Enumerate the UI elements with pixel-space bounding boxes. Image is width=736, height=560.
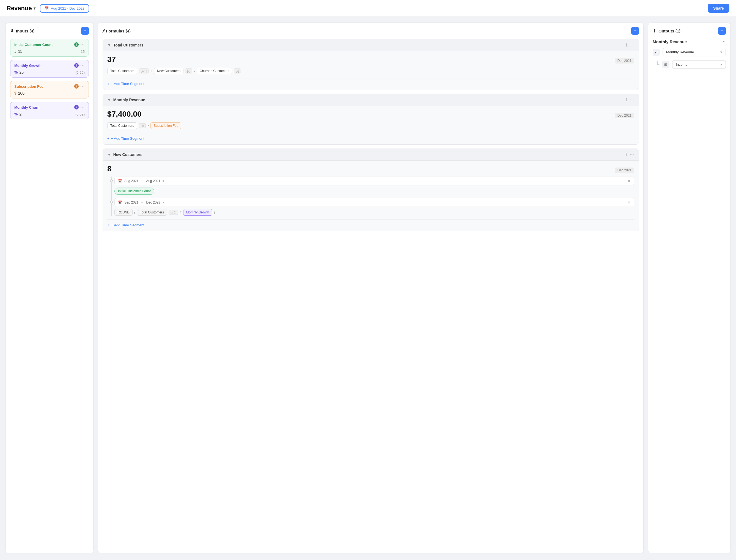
formula-value-revenue: $7,400.00 Dec 2021 xyxy=(107,110,634,119)
input-card-header-fee: Subscription Fee i ··· xyxy=(14,84,85,89)
subscription-fee-label: Subscription Fee xyxy=(14,84,43,89)
dots-icon-new-formula[interactable]: ··· xyxy=(630,152,634,157)
segment-dot-1 xyxy=(110,179,113,182)
collapse-icon-revenue[interactable]: ▼ xyxy=(107,98,111,102)
monthly-churn-label-text: Monthly Churn xyxy=(14,105,40,109)
grid-selector[interactable]: Income ▾ xyxy=(672,60,726,69)
paren-close: ) xyxy=(214,210,215,215)
subscription-fee-value[interactable]: 200 xyxy=(18,91,24,95)
pct-icon-churn: % xyxy=(14,112,18,116)
formula-expression-total: Total Customers [x-1] + New Customers [x… xyxy=(107,68,634,74)
add-formula-button[interactable]: + xyxy=(631,27,639,35)
initial-customer-value[interactable]: 15 xyxy=(18,49,23,54)
info-icon-new-formula[interactable]: ℹ xyxy=(626,152,628,157)
output-row-fx: 𝑓𝑥 Monthly Revenue ▾ xyxy=(653,48,726,56)
formula-card-actions-revenue: ℹ ··· xyxy=(626,97,634,102)
dots-menu-churn[interactable]: ··· xyxy=(80,105,85,110)
subscription-fee-label-text: Subscription Fee xyxy=(14,84,43,89)
formula-title-total: ▼ Total Customers xyxy=(107,43,143,47)
churn-value-left: % 2 xyxy=(14,112,21,116)
monthly-churn-display: (0.02) xyxy=(75,112,85,116)
info-icon-churn[interactable]: i xyxy=(74,105,79,109)
share-button[interactable]: Share xyxy=(708,4,729,13)
inputs-panel-header: ⬇ Inputs (4) + xyxy=(10,27,89,35)
segment-date-range-2: 📅 Sep 2021 → Dec 2023 ▾ xyxy=(118,201,164,204)
dots-icon-revenue-formula[interactable]: ··· xyxy=(630,97,634,102)
monthly-growth-chip: Monthly Growth xyxy=(183,209,212,216)
fx-chevron-icon: ▾ xyxy=(720,50,722,54)
info-icon-growth[interactable]: i xyxy=(74,63,79,68)
segment-dot-2 xyxy=(110,201,113,204)
info-icon-initial[interactable]: i xyxy=(74,42,79,47)
formulas-panel: 𝑓 Formulas (4) + ▼ Total Customers ℹ ···… xyxy=(98,22,644,553)
tree-line-icon: └ xyxy=(655,61,659,68)
calendar-icon-seg2: 📅 xyxy=(118,201,122,204)
info-icon-total-formula[interactable]: ℹ xyxy=(626,43,628,48)
growth-value-left: % 25 xyxy=(14,70,24,75)
collapse-icon-new[interactable]: ▼ xyxy=(107,152,111,157)
add-output-button[interactable]: + xyxy=(718,27,726,35)
add-input-button[interactable]: + xyxy=(81,27,89,35)
outputs-icon: ⬆ xyxy=(653,28,656,34)
collapse-icon-total[interactable]: ▼ xyxy=(107,43,111,47)
outputs-panel-title: ⬆ Outputs (1) xyxy=(653,28,680,34)
output-label-text: Monthly Revenue xyxy=(653,39,687,44)
date-range-label: Aug 2021 - Dec 2023 xyxy=(51,6,85,10)
formula-card-header-total: ▼ Total Customers ℹ ··· xyxy=(103,39,639,51)
segment-header-1: 📅 Aug 2021 → Aug 2021 ▾ ✕ xyxy=(114,177,634,185)
monthly-churn-label: Monthly Churn xyxy=(14,105,40,109)
monthly-growth-label: Monthly Growth xyxy=(14,64,42,68)
inputs-panel-title: ⬇ Inputs (4) xyxy=(10,28,35,34)
expr-ref-x-rev: [x] xyxy=(139,123,146,128)
title-chevron-icon[interactable]: ▾ xyxy=(34,6,35,10)
formula-card-header-revenue: ▼ Monthly Revenue ℹ ··· xyxy=(103,94,639,106)
dots-menu-initial[interactable]: ··· xyxy=(80,42,85,47)
grid-icon: ⊞ xyxy=(662,61,669,68)
add-time-segment-label-revenue: + Add Time Segment xyxy=(111,136,144,141)
title-text: Revenue xyxy=(7,5,32,12)
dots-menu-output[interactable]: ··· xyxy=(721,39,726,44)
dollar-icon-fee: $ xyxy=(14,91,17,95)
close-icon-seg2[interactable]: ✕ xyxy=(627,200,631,205)
total-customers-chip: Total Customers xyxy=(137,209,167,216)
input-card-monthly-growth: Monthly Growth i ··· % 25 (0.25) xyxy=(10,60,89,78)
segment-formula-2: ROUND ( Total Customers [x-1] * Monthly … xyxy=(114,209,634,216)
seg2-chevron[interactable]: ▾ xyxy=(163,201,164,204)
expr-op-plus: + xyxy=(150,69,152,73)
monthly-growth-value[interactable]: 25 xyxy=(19,70,24,75)
time-segment-container: 📅 Aug 2021 → Aug 2021 ▾ ✕ Initial Custom… xyxy=(111,177,634,216)
input-card-header-growth: Monthly Growth i ··· xyxy=(14,63,85,68)
input-card-header-churn: Monthly Churn i ··· xyxy=(14,105,85,110)
add-time-segment-new[interactable]: + + Add Time Segment xyxy=(107,219,634,227)
seg1-chevron[interactable]: ▾ xyxy=(163,179,164,183)
monthly-churn-value[interactable]: 2 xyxy=(19,112,21,116)
dots-menu-fee[interactable]: ··· xyxy=(80,84,85,89)
hash-icon: # xyxy=(14,49,17,54)
grid-selector-text: Income xyxy=(676,62,688,67)
formulas-title-text: Formulas (4) xyxy=(106,29,131,33)
info-icon-revenue-formula[interactable]: ℹ xyxy=(626,97,628,102)
close-icon-seg1[interactable]: ✕ xyxy=(627,179,631,183)
fx-selector[interactable]: Monthly Revenue ▾ xyxy=(663,48,726,56)
initial-customer-count-chip[interactable]: Initial Customer Count xyxy=(114,188,154,195)
formula-card-total-customers: ▼ Total Customers ℹ ··· 37 Dec 2021 Tota… xyxy=(103,39,639,90)
dots-menu-growth[interactable]: ··· xyxy=(80,63,85,68)
calendar-icon-seg1: 📅 xyxy=(118,179,122,183)
time-segment-1: 📅 Aug 2021 → Aug 2021 ▾ ✕ Initial Custom… xyxy=(112,177,634,195)
formula-title-revenue: ▼ Monthly Revenue xyxy=(107,98,145,102)
info-icon-fee[interactable]: i xyxy=(74,84,79,89)
date-range-button[interactable]: 📅 Aug 2021 - Dec 2023 xyxy=(40,4,89,13)
dots-icon-total-formula[interactable]: ··· xyxy=(630,43,634,48)
input-card-header: Initial Customer Count i ··· xyxy=(14,42,85,47)
expr-op-multiply: * xyxy=(147,124,149,128)
formula-card-body-total: 37 Dec 2021 Total Customers [x-1] + New … xyxy=(103,51,639,90)
add-time-segment-revenue[interactable]: + + Add Time Segment xyxy=(107,133,634,141)
app-title: Revenue ▾ xyxy=(7,5,35,12)
segment-header-2: 📅 Sep 2021 → Dec 2023 ▾ ✕ xyxy=(114,198,634,207)
expr-ref-x2: [x] xyxy=(234,68,241,73)
total-customers-value: 37 xyxy=(107,55,116,64)
monthly-revenue-value: $7,400.00 xyxy=(107,110,142,119)
add-time-segment-total[interactable]: + + Add Time Segment xyxy=(107,78,634,86)
output-item-monthly-revenue: Monthly Revenue ··· 𝑓𝑥 Monthly Revenue ▾… xyxy=(653,39,726,69)
round-func-chip: ROUND xyxy=(114,209,133,216)
